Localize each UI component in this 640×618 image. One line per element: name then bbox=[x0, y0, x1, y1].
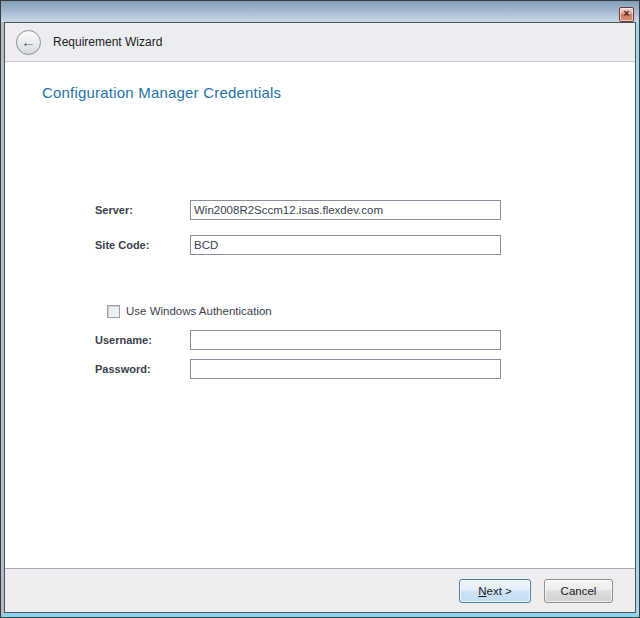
wizard-window: × ← Requirement Wizard Configuration Man… bbox=[0, 0, 640, 618]
window-body: ← Requirement Wizard Configuration Manag… bbox=[4, 22, 636, 613]
server-input[interactable] bbox=[190, 200, 501, 220]
wizard-header: ← Requirement Wizard bbox=[5, 23, 635, 62]
button-bar: Next > Cancel bbox=[5, 568, 635, 612]
server-label: Server: bbox=[95, 204, 133, 216]
page-title: Configuration Manager Credentials bbox=[42, 84, 281, 101]
windows-auth-label[interactable]: Use Windows Authentication bbox=[126, 305, 272, 317]
window-frame: ← Requirement Wizard Configuration Manag… bbox=[1, 22, 639, 617]
username-input[interactable] bbox=[190, 330, 501, 350]
wizard-title: Requirement Wizard bbox=[53, 35, 162, 49]
password-input[interactable] bbox=[190, 359, 501, 379]
next-button-accesskey: N bbox=[478, 585, 486, 597]
site-code-label: Site Code: bbox=[95, 239, 149, 251]
windows-auth-checkbox[interactable] bbox=[107, 305, 120, 318]
close-icon[interactable]: × bbox=[619, 7, 634, 22]
next-button[interactable]: Next > bbox=[459, 579, 531, 603]
username-label: Username: bbox=[95, 334, 152, 346]
next-button-label: ext > bbox=[487, 585, 512, 597]
cancel-button[interactable]: Cancel bbox=[544, 579, 613, 603]
password-label: Password: bbox=[95, 363, 151, 375]
back-button[interactable]: ← bbox=[16, 30, 41, 55]
site-code-input[interactable] bbox=[190, 235, 501, 255]
titlebar: × bbox=[1, 1, 639, 22]
wizard-page: Configuration Manager Credentials Server… bbox=[5, 62, 635, 568]
